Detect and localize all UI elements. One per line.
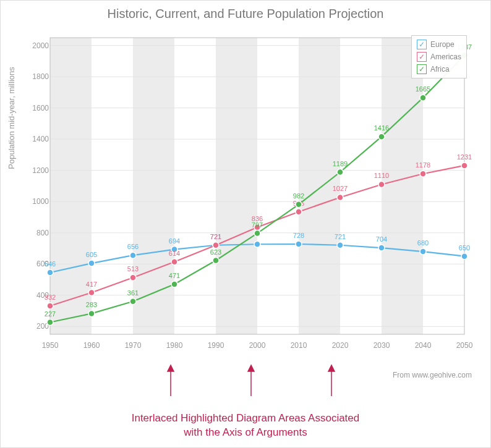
svg-rect-0 [50,38,92,334]
svg-text:650: 650 [459,244,470,251]
svg-text:471: 471 [169,272,180,279]
svg-point-74 [378,181,385,187]
svg-point-78 [461,163,468,169]
svg-text:656: 656 [127,243,139,250]
svg-text:728: 728 [293,232,304,239]
chart-title: Historic, Current, and Future Population… [1,1,490,27]
svg-rect-4 [382,38,423,334]
svg-text:623: 623 [210,248,221,256]
legend-label: Europe [430,40,455,49]
svg-point-90 [254,230,260,237]
svg-text:797: 797 [252,221,263,229]
svg-text:721: 721 [210,233,221,240]
svg-point-64 [171,259,177,265]
svg-point-41 [130,252,136,258]
svg-point-62 [130,274,136,281]
svg-point-58 [47,303,53,309]
svg-point-92 [296,201,302,208]
svg-point-98 [420,95,426,101]
svg-point-60 [88,290,95,296]
annotation-text: Interlaced Highlighted Diagram Areas Ass… [1,412,490,440]
svg-text:2040: 2040 [415,341,432,350]
svg-rect-1 [133,38,174,334]
svg-text:2010: 2010 [291,341,307,350]
svg-text:546: 546 [45,260,56,268]
svg-marker-107 [328,365,335,371]
annotation-line-2: with the Axis of Arguments [184,426,307,438]
y-axis-label: Population mid-year, millions [7,50,16,186]
svg-text:2000: 2000 [249,341,266,350]
svg-text:1600: 1600 [32,104,49,112]
svg-text:800: 800 [36,229,49,237]
legend-item-europe[interactable]: Europe [417,38,461,51]
checkbox-icon [417,52,427,62]
svg-text:2020: 2020 [332,341,349,350]
svg-text:1178: 1178 [416,161,430,169]
svg-text:1950: 1950 [42,341,59,350]
svg-text:1416: 1416 [374,124,389,132]
svg-point-48 [296,241,302,247]
svg-text:721: 721 [335,233,346,240]
svg-text:2000: 2000 [32,41,49,50]
svg-marker-103 [168,365,174,371]
svg-point-50 [337,242,343,248]
svg-text:605: 605 [86,251,97,258]
svg-point-72 [337,194,343,200]
svg-text:332: 332 [45,294,56,301]
annotation-arrows [1,362,491,412]
legend-label: Africa [430,65,450,74]
svg-text:680: 680 [417,239,429,247]
svg-point-76 [420,171,426,177]
svg-text:1970: 1970 [125,341,142,350]
svg-text:1980: 1980 [166,341,183,350]
svg-point-47 [254,241,260,247]
chart-svg: 2004006008001000120014001600180020001950… [44,32,471,353]
svg-point-70 [296,209,302,215]
svg-point-56 [461,253,468,260]
svg-point-66 [213,242,219,248]
svg-point-88 [213,258,219,264]
legend-item-americas[interactable]: Americas [417,51,461,63]
svg-point-96 [378,133,385,140]
svg-point-84 [130,298,136,305]
svg-text:704: 704 [376,235,387,243]
svg-point-54 [420,248,426,255]
svg-text:614: 614 [169,250,180,257]
annotation-line-1: Interlaced Highlighted Diagram Areas Ass… [132,412,360,424]
svg-point-52 [378,245,385,251]
plot-area: 2004006008001000120014001600180020001950… [44,32,471,353]
svg-text:2030: 2030 [374,341,390,350]
svg-text:1960: 1960 [83,341,100,350]
svg-point-39 [88,260,95,266]
svg-text:1400: 1400 [32,135,49,143]
svg-text:982: 982 [293,192,304,200]
svg-text:283: 283 [86,301,97,308]
svg-marker-105 [248,365,254,371]
checkbox-icon [417,40,427,49]
svg-text:513: 513 [127,265,139,273]
legend-label: Americas [430,53,461,61]
svg-rect-2 [216,38,257,334]
svg-text:1027: 1027 [333,185,348,192]
svg-text:227: 227 [45,310,56,318]
svg-point-94 [337,169,343,175]
checkbox-icon [417,64,427,74]
svg-text:1200: 1200 [32,166,49,175]
svg-text:1000: 1000 [32,197,49,206]
svg-point-37 [47,269,53,276]
svg-text:1231: 1231 [457,153,472,161]
chart-container: Historic, Current, and Future Population… [0,0,491,448]
svg-text:361: 361 [127,289,139,297]
svg-text:694: 694 [169,237,180,245]
svg-text:1665: 1665 [416,85,430,93]
svg-text:1800: 1800 [32,72,49,81]
legend: Europe Americas Africa [411,35,467,78]
legend-item-africa[interactable]: Africa [417,63,461,75]
svg-text:1990: 1990 [208,341,224,350]
svg-text:2050: 2050 [456,341,473,350]
svg-point-82 [88,310,95,316]
svg-text:1110: 1110 [374,172,389,179]
svg-point-86 [171,281,177,287]
svg-point-80 [47,319,53,326]
svg-text:1189: 1189 [333,160,348,167]
